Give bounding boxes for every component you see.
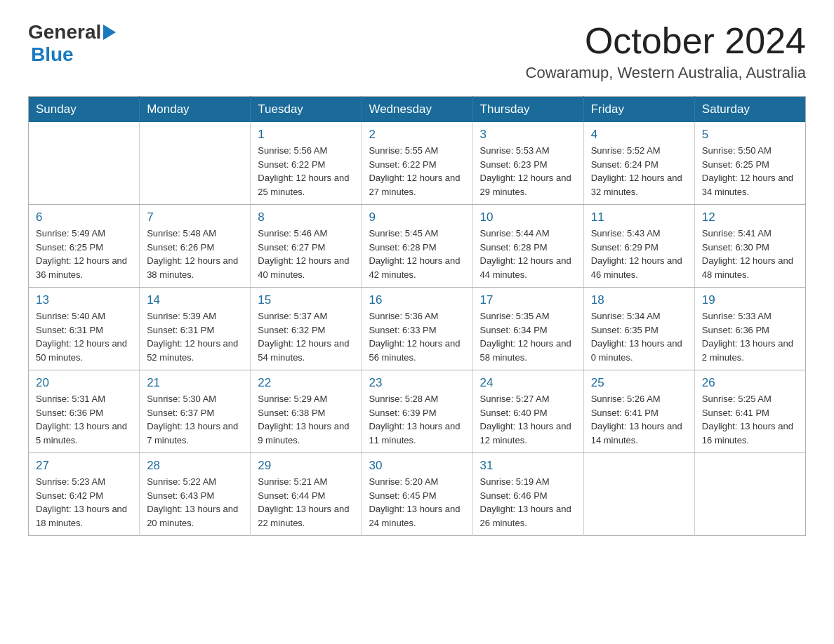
calendar-cell: 8Sunrise: 5:46 AMSunset: 6:27 PMDaylight… [251, 205, 362, 288]
calendar-cell: 31Sunrise: 5:19 AMSunset: 6:46 PMDayligh… [472, 453, 583, 536]
calendar-table: SundayMondayTuesdayWednesdayThursdayFrid… [28, 96, 806, 536]
day-number: 7 [147, 210, 243, 224]
day-number: 25 [591, 376, 687, 390]
calendar-cell [694, 453, 805, 536]
calendar-cell: 9Sunrise: 5:45 AMSunset: 6:28 PMDaylight… [362, 205, 472, 288]
calendar-cell: 12Sunrise: 5:41 AMSunset: 6:30 PMDayligh… [694, 205, 805, 288]
day-number: 31 [480, 459, 576, 473]
location-title: Cowaramup, Western Australia, Australia [526, 64, 806, 82]
day-detail: Sunrise: 5:34 AMSunset: 6:35 PMDaylight:… [591, 309, 687, 364]
calendar-cell: 16Sunrise: 5:36 AMSunset: 6:33 PMDayligh… [362, 288, 472, 370]
day-number: 29 [258, 459, 354, 473]
day-number: 21 [147, 376, 243, 390]
day-number: 5 [702, 128, 798, 142]
day-number: 11 [591, 210, 687, 224]
week-row-1: 1Sunrise: 5:56 AMSunset: 6:22 PMDaylight… [29, 122, 806, 205]
day-detail: Sunrise: 5:25 AMSunset: 6:41 PMDaylight:… [702, 392, 798, 447]
weekday-header-thursday: Thursday [472, 97, 583, 123]
weekday-header-friday: Friday [583, 97, 694, 123]
day-number: 27 [36, 459, 132, 473]
day-detail: Sunrise: 5:52 AMSunset: 6:24 PMDaylight:… [591, 144, 687, 199]
calendar-cell: 15Sunrise: 5:37 AMSunset: 6:32 PMDayligh… [251, 288, 362, 370]
day-number: 1 [258, 128, 354, 142]
calendar-cell [29, 122, 140, 205]
calendar-cell: 2Sunrise: 5:55 AMSunset: 6:22 PMDaylight… [362, 122, 472, 205]
calendar-cell: 30Sunrise: 5:20 AMSunset: 6:45 PMDayligh… [362, 453, 472, 536]
day-detail: Sunrise: 5:30 AMSunset: 6:37 PMDaylight:… [147, 392, 243, 447]
calendar-cell: 5Sunrise: 5:50 AMSunset: 6:25 PMDaylight… [694, 122, 805, 205]
day-detail: Sunrise: 5:26 AMSunset: 6:41 PMDaylight:… [591, 392, 687, 447]
page-header: General Blue October 2024 Cowaramup, Wes… [28, 21, 806, 82]
day-detail: Sunrise: 5:33 AMSunset: 6:36 PMDaylight:… [702, 309, 798, 364]
calendar-cell: 11Sunrise: 5:43 AMSunset: 6:29 PMDayligh… [583, 205, 694, 288]
calendar-cell [140, 122, 251, 205]
calendar-cell: 3Sunrise: 5:53 AMSunset: 6:23 PMDaylight… [472, 122, 583, 205]
calendar-cell: 10Sunrise: 5:44 AMSunset: 6:28 PMDayligh… [472, 205, 583, 288]
day-number: 24 [480, 376, 576, 390]
day-number: 4 [591, 128, 687, 142]
day-number: 15 [258, 293, 354, 307]
calendar-cell: 28Sunrise: 5:22 AMSunset: 6:43 PMDayligh… [140, 453, 251, 536]
day-detail: Sunrise: 5:39 AMSunset: 6:31 PMDaylight:… [147, 309, 243, 364]
day-detail: Sunrise: 5:45 AMSunset: 6:28 PMDaylight:… [369, 227, 465, 281]
day-detail: Sunrise: 5:44 AMSunset: 6:28 PMDaylight:… [480, 227, 576, 281]
day-detail: Sunrise: 5:22 AMSunset: 6:43 PMDaylight:… [147, 475, 243, 530]
day-detail: Sunrise: 5:37 AMSunset: 6:32 PMDaylight:… [258, 309, 354, 364]
day-detail: Sunrise: 5:31 AMSunset: 6:36 PMDaylight:… [36, 392, 132, 447]
logo-general-text: General [28, 21, 101, 43]
calendar-cell: 19Sunrise: 5:33 AMSunset: 6:36 PMDayligh… [694, 288, 805, 370]
day-number: 26 [702, 376, 798, 390]
day-number: 28 [147, 459, 243, 473]
day-number: 12 [702, 210, 798, 224]
day-detail: Sunrise: 5:35 AMSunset: 6:34 PMDaylight:… [480, 309, 576, 364]
day-number: 6 [36, 210, 132, 224]
day-number: 23 [369, 376, 465, 390]
day-detail: Sunrise: 5:20 AMSunset: 6:45 PMDaylight:… [369, 475, 465, 530]
day-detail: Sunrise: 5:36 AMSunset: 6:33 PMDaylight:… [369, 309, 465, 364]
calendar-cell: 27Sunrise: 5:23 AMSunset: 6:42 PMDayligh… [29, 453, 140, 536]
calendar-cell: 4Sunrise: 5:52 AMSunset: 6:24 PMDaylight… [583, 122, 694, 205]
week-row-5: 27Sunrise: 5:23 AMSunset: 6:42 PMDayligh… [29, 453, 806, 536]
calendar-cell: 18Sunrise: 5:34 AMSunset: 6:35 PMDayligh… [583, 288, 694, 370]
title-area: October 2024 Cowaramup, Western Australi… [526, 21, 806, 82]
day-number: 17 [480, 293, 576, 307]
calendar-cell: 22Sunrise: 5:29 AMSunset: 6:38 PMDayligh… [251, 370, 362, 453]
day-detail: Sunrise: 5:49 AMSunset: 6:25 PMDaylight:… [36, 227, 132, 281]
logo: General Blue [28, 21, 116, 66]
calendar-cell: 17Sunrise: 5:35 AMSunset: 6:34 PMDayligh… [472, 288, 583, 370]
day-number: 16 [369, 293, 465, 307]
weekday-header-wednesday: Wednesday [362, 97, 472, 123]
calendar-cell: 23Sunrise: 5:28 AMSunset: 6:39 PMDayligh… [362, 370, 472, 453]
logo-triangle-icon [103, 25, 116, 40]
day-detail: Sunrise: 5:27 AMSunset: 6:40 PMDaylight:… [480, 392, 576, 447]
day-detail: Sunrise: 5:21 AMSunset: 6:44 PMDaylight:… [258, 475, 354, 530]
day-detail: Sunrise: 5:53 AMSunset: 6:23 PMDaylight:… [480, 144, 576, 199]
calendar-cell: 6Sunrise: 5:49 AMSunset: 6:25 PMDaylight… [29, 205, 140, 288]
week-row-3: 13Sunrise: 5:40 AMSunset: 6:31 PMDayligh… [29, 288, 806, 370]
weekday-header-row: SundayMondayTuesdayWednesdayThursdayFrid… [29, 97, 806, 123]
week-row-4: 20Sunrise: 5:31 AMSunset: 6:36 PMDayligh… [29, 370, 806, 453]
day-detail: Sunrise: 5:29 AMSunset: 6:38 PMDaylight:… [258, 392, 354, 447]
day-detail: Sunrise: 5:48 AMSunset: 6:26 PMDaylight:… [147, 227, 243, 281]
day-number: 10 [480, 210, 576, 224]
calendar-cell: 14Sunrise: 5:39 AMSunset: 6:31 PMDayligh… [140, 288, 251, 370]
calendar-cell: 24Sunrise: 5:27 AMSunset: 6:40 PMDayligh… [472, 370, 583, 453]
calendar-cell: 26Sunrise: 5:25 AMSunset: 6:41 PMDayligh… [694, 370, 805, 453]
day-number: 9 [369, 210, 465, 224]
day-detail: Sunrise: 5:43 AMSunset: 6:29 PMDaylight:… [591, 227, 687, 281]
day-number: 3 [480, 128, 576, 142]
day-number: 13 [36, 293, 132, 307]
calendar-cell: 20Sunrise: 5:31 AMSunset: 6:36 PMDayligh… [29, 370, 140, 453]
day-detail: Sunrise: 5:19 AMSunset: 6:46 PMDaylight:… [480, 475, 576, 530]
weekday-header-tuesday: Tuesday [251, 97, 362, 123]
calendar-cell: 29Sunrise: 5:21 AMSunset: 6:44 PMDayligh… [251, 453, 362, 536]
day-number: 8 [258, 210, 354, 224]
calendar-cell [583, 453, 694, 536]
day-number: 30 [369, 459, 465, 473]
day-detail: Sunrise: 5:50 AMSunset: 6:25 PMDaylight:… [702, 144, 798, 199]
weekday-header-sunday: Sunday [29, 97, 140, 123]
weekday-header-monday: Monday [140, 97, 251, 123]
day-number: 14 [147, 293, 243, 307]
calendar-cell: 7Sunrise: 5:48 AMSunset: 6:26 PMDaylight… [140, 205, 251, 288]
calendar-cell: 1Sunrise: 5:56 AMSunset: 6:22 PMDaylight… [251, 122, 362, 205]
